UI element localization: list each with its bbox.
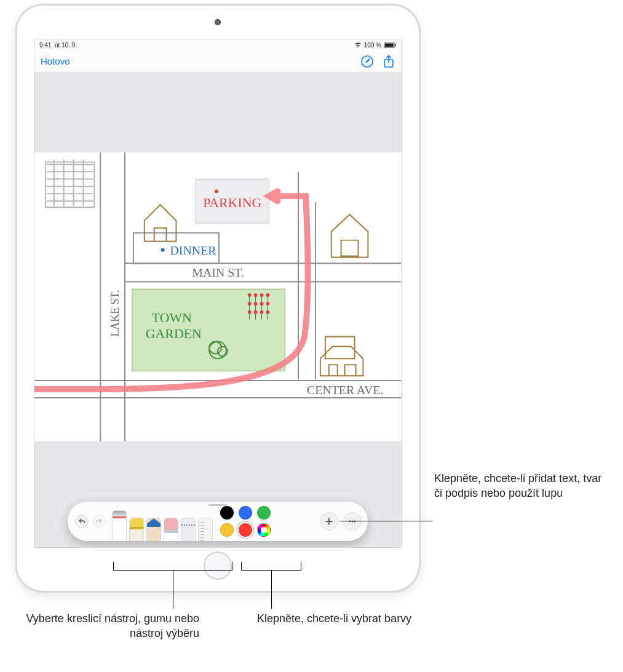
color-red[interactable] — [239, 523, 252, 537]
callout-tools: Vyberte kreslicí nástroj, gumu nebo nást… — [21, 611, 199, 641]
drawing-canvas[interactable]: PARKING DINNER MAIN ST. LAKE ST. TOWN GA… — [34, 152, 401, 441]
add-button[interactable] — [320, 512, 338, 531]
nav-bar: Hotovo — [34, 50, 401, 73]
wifi-icon — [354, 42, 362, 48]
screen: 9:41 út 10. 9. 100 % Hotovo — [34, 39, 402, 548]
color-picker-icon[interactable] — [257, 523, 271, 537]
battery-text: 100 % — [364, 42, 381, 49]
tool-ruler[interactable] — [198, 518, 213, 541]
color-yellow[interactable] — [220, 523, 234, 537]
svg-rect-2 — [395, 44, 396, 46]
bracket-colors — [241, 562, 301, 571]
svg-point-24 — [215, 189, 218, 193]
svg-rect-5 — [46, 162, 94, 207]
markup-toolbar — [68, 502, 368, 541]
status-bar: 9:41 út 10. 9. 100 % — [34, 39, 401, 50]
tool-eraser[interactable] — [164, 518, 178, 541]
toolbar-drag-handle[interactable] — [208, 504, 227, 506]
battery-icon — [384, 42, 396, 48]
status-time: 9:41 — [39, 42, 51, 49]
canvas-area[interactable]: PARKING DINNER MAIN ST. LAKE ST. TOWN GA… — [34, 73, 401, 547]
svg-point-25 — [161, 248, 165, 252]
sketch-label-garden: GARDEN — [146, 326, 202, 341]
color-green[interactable] — [257, 506, 271, 520]
status-date: út 10. 9. — [55, 42, 77, 49]
share-icon[interactable] — [383, 55, 395, 68]
tool-marker[interactable] — [129, 518, 144, 541]
redo-button[interactable] — [92, 515, 106, 528]
tool-picker — [112, 502, 213, 541]
leader-colors — [271, 571, 272, 609]
markup-toggle-icon[interactable] — [360, 55, 374, 68]
tool-pencil[interactable] — [146, 518, 161, 541]
svg-rect-1 — [385, 43, 394, 47]
callout-colors: Klepněte, chcete-li vybrat barvy — [257, 611, 417, 626]
color-black[interactable] — [220, 506, 234, 520]
sketch-label-dinner: DINNER — [170, 243, 217, 257]
leader-add — [339, 521, 433, 521]
front-camera — [215, 19, 221, 25]
tool-pen[interactable] — [112, 510, 127, 541]
color-palette — [220, 506, 271, 537]
sketch-label-lakest: LAKE ST. — [109, 290, 121, 336]
sketch-label-mainst: MAIN ST. — [192, 266, 244, 279]
tool-lasso[interactable] — [181, 518, 196, 541]
undo-button[interactable] — [75, 515, 89, 528]
ipad-frame: 9:41 út 10. 9. 100 % Hotovo — [16, 5, 419, 591]
bracket-tools — [113, 562, 232, 571]
more-button[interactable] — [343, 512, 362, 531]
done-button[interactable]: Hotovo — [41, 56, 70, 66]
sketch-label-town: TOWN — [152, 310, 192, 325]
leader-tools — [173, 571, 173, 609]
sketch-label-parking: PARKING — [203, 196, 261, 210]
callout-add: Klepněte, chcete-li přidat text, tvar či… — [434, 471, 606, 501]
sketch-label-center: CENTER AVE. — [307, 383, 383, 397]
color-blue[interactable] — [239, 506, 252, 520]
